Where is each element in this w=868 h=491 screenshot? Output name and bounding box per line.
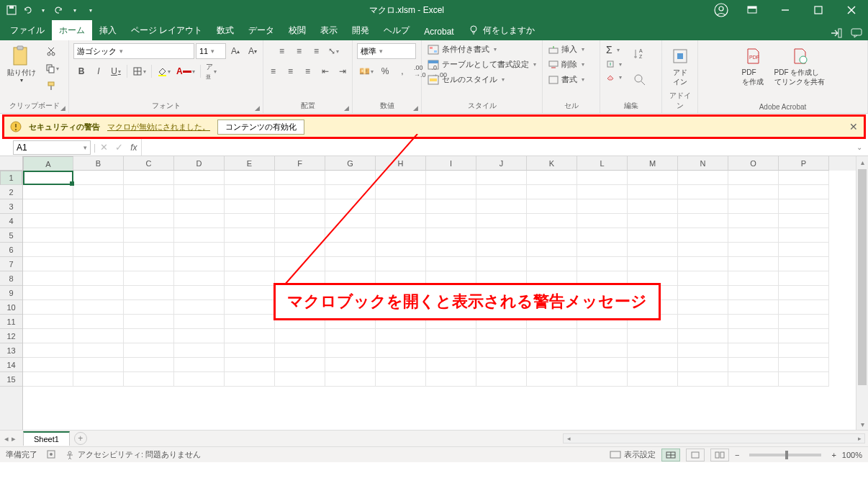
format-cells-button[interactable]: 書式▾ xyxy=(547,73,586,86)
italic-button[interactable]: I xyxy=(91,63,107,79)
cell[interactable] xyxy=(728,315,779,329)
cell[interactable] xyxy=(225,329,275,343)
formula-input[interactable] xyxy=(141,139,851,156)
cell[interactable] xyxy=(275,171,325,185)
column-header[interactable]: B xyxy=(73,156,124,171)
cell[interactable] xyxy=(225,300,275,315)
cell[interactable] xyxy=(476,214,527,228)
cell[interactable] xyxy=(275,185,325,199)
cell[interactable] xyxy=(426,199,476,214)
page-layout-view-icon[interactable] xyxy=(686,449,705,461)
cell[interactable] xyxy=(23,171,73,185)
cell[interactable] xyxy=(73,228,124,243)
cell[interactable] xyxy=(376,358,426,372)
cell[interactable] xyxy=(779,372,829,387)
cell[interactable] xyxy=(779,185,829,199)
cell[interactable] xyxy=(426,358,476,372)
cell[interactable] xyxy=(628,214,678,228)
cell[interactable] xyxy=(779,315,829,329)
zoom-in-icon[interactable]: + xyxy=(831,451,836,459)
cell[interactable] xyxy=(779,300,829,315)
cell[interactable] xyxy=(124,358,174,372)
cell[interactable] xyxy=(376,171,426,185)
cell[interactable] xyxy=(728,243,779,257)
cell[interactable] xyxy=(628,329,678,343)
decrease-indent-icon[interactable]: ⇤ xyxy=(317,63,333,79)
percent-icon[interactable]: % xyxy=(377,63,393,79)
cell[interactable] xyxy=(527,171,577,185)
cell[interactable] xyxy=(23,257,73,271)
cell[interactable] xyxy=(73,243,124,257)
cell[interactable] xyxy=(325,171,376,185)
cell[interactable] xyxy=(325,257,376,271)
cell[interactable] xyxy=(577,329,628,343)
cell[interactable] xyxy=(577,300,628,315)
cell[interactable] xyxy=(275,243,325,257)
cell[interactable] xyxy=(174,372,225,387)
cell[interactable] xyxy=(23,199,73,214)
tab-file[interactable]: ファイル xyxy=(3,20,52,40)
cell[interactable] xyxy=(678,343,728,358)
cell[interactable] xyxy=(779,257,829,271)
cell[interactable] xyxy=(376,243,426,257)
scroll-down-icon[interactable]: ▾ xyxy=(856,418,868,430)
macro-recorder-icon[interactable] xyxy=(46,449,56,461)
cell[interactable] xyxy=(225,171,275,185)
cell[interactable] xyxy=(728,185,779,199)
cell[interactable] xyxy=(275,372,325,387)
cell[interactable] xyxy=(225,185,275,199)
cell[interactable] xyxy=(325,271,376,286)
scroll-right-icon[interactable]: ▸ xyxy=(854,434,864,443)
cell[interactable] xyxy=(225,243,275,257)
cell[interactable] xyxy=(225,257,275,271)
cell[interactable] xyxy=(376,315,426,329)
increase-indent-icon[interactable]: ⇥ xyxy=(335,63,351,79)
cell[interactable] xyxy=(527,372,577,387)
fill-color-button[interactable]: ▾ xyxy=(155,63,173,79)
cell[interactable] xyxy=(174,185,225,199)
cell[interactable] xyxy=(376,271,426,286)
cell[interactable] xyxy=(728,271,779,286)
column-header[interactable]: I xyxy=(426,156,476,171)
column-header[interactable]: O xyxy=(728,156,779,171)
worksheet-grid[interactable]: 123456789101112131415 ABCDEFGHIJKLMNOP ▴… xyxy=(0,156,868,430)
cell[interactable] xyxy=(678,199,728,214)
ribbon-display-options-icon[interactable] xyxy=(736,0,769,20)
cell[interactable] xyxy=(678,185,728,199)
tab-review[interactable]: 校閲 xyxy=(281,20,313,40)
cell[interactable] xyxy=(577,286,628,300)
cell[interactable] xyxy=(23,228,73,243)
cell[interactable] xyxy=(325,343,376,358)
cell[interactable] xyxy=(275,300,325,315)
cell[interactable] xyxy=(325,286,376,300)
cell[interactable] xyxy=(678,257,728,271)
cell[interactable] xyxy=(174,343,225,358)
cell[interactable] xyxy=(73,271,124,286)
tab-page-layout[interactable]: ページ レイアウト xyxy=(124,20,209,40)
cell[interactable] xyxy=(628,343,678,358)
cell[interactable] xyxy=(225,315,275,329)
format-painter-button[interactable] xyxy=(43,78,59,94)
save-icon[interactable] xyxy=(6,4,17,16)
row-header[interactable]: 5 xyxy=(0,228,22,243)
account-icon[interactable] xyxy=(711,0,731,20)
column-header[interactable]: P xyxy=(779,156,829,171)
cell[interactable] xyxy=(23,329,73,343)
cell[interactable] xyxy=(628,315,678,329)
row-header[interactable]: 12 xyxy=(0,329,22,343)
cell[interactable] xyxy=(73,372,124,387)
cell[interactable] xyxy=(225,228,275,243)
column-header[interactable]: E xyxy=(225,156,275,171)
align-center-icon[interactable]: ≡ xyxy=(283,63,299,79)
close-icon[interactable] xyxy=(835,0,868,20)
cell[interactable] xyxy=(275,315,325,329)
display-settings-button[interactable]: 表示設定 xyxy=(610,449,656,460)
cell[interactable] xyxy=(275,343,325,358)
accessibility-status[interactable]: アクセシビリティ: 問題ありません xyxy=(65,449,201,460)
addin-button[interactable]: アド イン xyxy=(666,43,695,88)
cell[interactable] xyxy=(426,171,476,185)
dialog-launcher-icon[interactable]: ◢ xyxy=(344,104,349,112)
cell[interactable] xyxy=(225,372,275,387)
cell[interactable] xyxy=(527,286,577,300)
row-header[interactable]: 4 xyxy=(0,214,22,228)
